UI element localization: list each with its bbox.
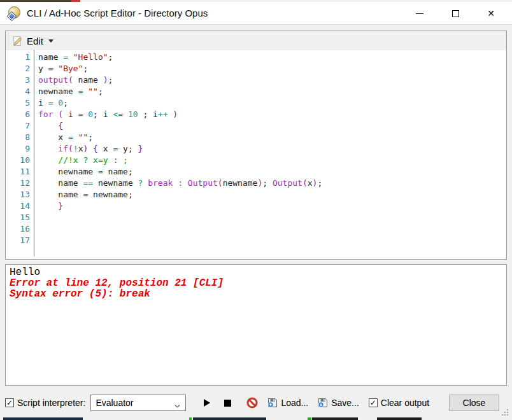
code-text: //!x ? x=y : ; xyxy=(34,155,128,166)
artifact-block xyxy=(189,417,192,420)
floppy-load-icon xyxy=(267,398,278,408)
code-line: 1name = "Hello"; xyxy=(6,52,506,63)
line-number: 11 xyxy=(6,166,34,178)
bottom-bar: ✓ Script interpreter: Evaluator Load... xyxy=(5,393,507,413)
chevron-down-icon[interactable] xyxy=(48,39,53,43)
clear-output-group: ✓ Clear output xyxy=(369,398,429,408)
code-line: 5i = 0; xyxy=(6,97,506,109)
edit-menu-button[interactable]: Edit xyxy=(27,36,43,46)
combo-chevron-icon xyxy=(174,401,180,407)
run-script-button[interactable] xyxy=(204,399,210,407)
code-line: 4newname = ""; xyxy=(6,86,506,97)
clear-output-label: Clear output xyxy=(381,398,429,408)
script-interpreter-checkbox[interactable]: ✓ xyxy=(5,398,14,407)
minimize-icon xyxy=(416,13,423,14)
code-text: name == newname ? break : Output(newname… xyxy=(34,178,322,189)
line-number: 7 xyxy=(6,120,34,132)
code-text: newname = name; xyxy=(34,166,133,178)
line-number: 10 xyxy=(6,155,34,166)
code-line: 6for ( i = 0; i <= 10 ; i++ ) xyxy=(6,109,506,120)
code-text: if(!x) { x = y; } xyxy=(34,143,143,155)
artifact-block xyxy=(312,417,358,420)
window-title: CLI / Ad-Hoc Script Editor - Directory O… xyxy=(27,8,208,18)
line-number: 13 xyxy=(6,189,34,200)
pencil-icon xyxy=(12,36,23,46)
screen-edge-artifact-bottom xyxy=(0,417,512,420)
line-number: 2 xyxy=(6,63,34,74)
floppy-save-icon xyxy=(318,398,328,408)
code-line: 13 name = newname; xyxy=(6,189,506,200)
code-text xyxy=(34,235,38,246)
close-button[interactable]: Close xyxy=(449,395,499,411)
code-line: 3output( name ); xyxy=(6,74,506,86)
maximize-button[interactable] xyxy=(437,2,473,25)
code-text: { xyxy=(34,120,63,132)
code-text: x = ""; xyxy=(34,132,93,143)
code-editor[interactable]: 1name = "Hello";2y = "Bye";3output( name… xyxy=(6,50,506,258)
code-line: 8 x = ""; xyxy=(6,132,506,143)
code-line: 7 { xyxy=(6,120,506,132)
code-text: } xyxy=(34,200,63,212)
minimize-button[interactable] xyxy=(402,2,437,25)
artifact-block xyxy=(3,417,83,420)
code-line: 9 if(!x) { x = y; } xyxy=(6,143,506,155)
stop-script-button[interactable] xyxy=(224,400,231,407)
code-line: 17 xyxy=(6,235,506,246)
line-number: 16 xyxy=(6,223,34,235)
editor-toolbar: Edit xyxy=(6,31,506,50)
code-text: for ( i = 0; i <= 10 ; i++ ) xyxy=(34,109,178,120)
line-number: 3 xyxy=(6,74,34,86)
load-button-label: Load... xyxy=(281,398,308,408)
code-text xyxy=(34,212,38,223)
line-number: 9 xyxy=(6,143,34,155)
output-panel[interactable]: HelloError at line 12, position 21 [CLI]… xyxy=(5,264,507,386)
code-line: 14 } xyxy=(6,200,506,212)
code-text: newname = ""; xyxy=(34,86,103,97)
abort-button[interactable] xyxy=(246,397,258,409)
line-number: 1 xyxy=(6,52,34,63)
window-controls: ✕ xyxy=(402,2,509,25)
code-line: 11 newname = name; xyxy=(6,166,506,178)
code-line: 10 //!x ? x=y : ; xyxy=(6,155,506,166)
titlebar[interactable]: CLI / Ad-Hoc Script Editor - Directory O… xyxy=(0,2,512,25)
line-number: 5 xyxy=(6,97,34,109)
save-button[interactable]: Save... xyxy=(318,398,359,408)
code-line: 2y = "Bye"; xyxy=(6,63,506,74)
artifact-block xyxy=(193,417,266,420)
close-icon: ✕ xyxy=(487,9,495,18)
line-number: 4 xyxy=(6,86,34,97)
maximize-icon xyxy=(452,10,459,17)
script-interpreter-label: Script interpreter: xyxy=(17,398,85,408)
line-number: 15 xyxy=(6,212,34,223)
code-text: name = newname; xyxy=(34,189,133,200)
line-number: 6 xyxy=(6,109,34,120)
save-button-label: Save... xyxy=(331,398,359,408)
code-line: 12 name == newname ? break : Output(newn… xyxy=(6,178,506,189)
code-line: 15 xyxy=(6,212,506,223)
line-number: 12 xyxy=(6,178,34,189)
load-button[interactable]: Load... xyxy=(267,398,308,408)
resize-grip[interactable] xyxy=(501,408,509,416)
output-line: Hello xyxy=(10,267,502,278)
code-text xyxy=(34,223,38,235)
code-text: output( name ); xyxy=(34,74,113,86)
output-error-line: Error at line 12, position 21 [CLI] xyxy=(10,278,502,289)
code-text: i = 0; xyxy=(34,97,68,109)
interpreter-select[interactable]: Evaluator xyxy=(90,395,186,411)
line-number: 17 xyxy=(6,235,34,246)
close-window-button[interactable]: ✕ xyxy=(473,2,509,25)
artifact-block xyxy=(377,417,422,420)
line-number: 14 xyxy=(6,200,34,212)
line-number: 8 xyxy=(6,132,34,143)
app-icon xyxy=(8,6,22,20)
clear-output-checkbox[interactable]: ✓ xyxy=(369,398,378,407)
script-editor-panel: Edit 1name = "Hello";2y = "Bye";3output(… xyxy=(5,31,507,260)
code-line: 16 xyxy=(6,223,506,235)
interpreter-selected-value: Evaluator xyxy=(96,398,133,408)
code-text: y = "Bye"; xyxy=(34,63,88,74)
code-text: name = "Hello"; xyxy=(34,52,113,63)
output-error-line: Syntax error (5): break xyxy=(10,289,502,300)
artifact-block xyxy=(308,417,311,420)
